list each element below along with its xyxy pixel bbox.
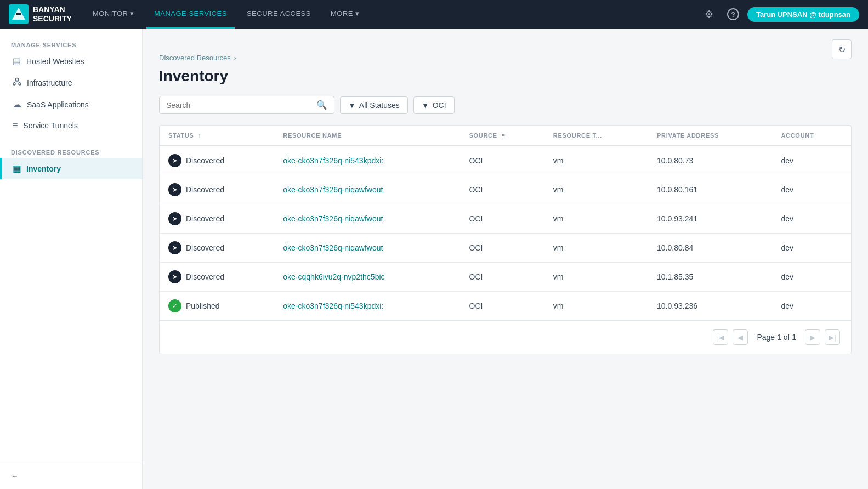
toolbar: 🔍 ▼ All Statuses ▼ OCI bbox=[159, 96, 852, 114]
gear-icon: ⚙ bbox=[705, 8, 713, 20]
source-cell-4: OCI bbox=[461, 263, 544, 292]
resource-name-link-2[interactable]: oke-cko3n7f326q-niqawfwout bbox=[283, 214, 383, 223]
chevron-down-icon: ▾ bbox=[355, 9, 360, 18]
sidebar: MANAGE SERVICES ▤ Hosted Websites Infras… bbox=[0, 29, 143, 489]
last-page-button[interactable]: ▶| bbox=[825, 329, 840, 345]
private-address-cell-1: 10.0.80.161 bbox=[648, 175, 772, 204]
status-icon-5: ✓ bbox=[168, 299, 181, 312]
svg-line-7 bbox=[17, 81, 20, 83]
table-row: ➤ Discovered oke-cqqhk6ivu2q-nvp2thc5bic… bbox=[160, 263, 851, 292]
resource-name-link-0[interactable]: oke-cko3n7f326q-ni543kpdxi: bbox=[283, 156, 383, 165]
table-row: ➤ Discovered oke-cko3n7f326q-niqawfwout … bbox=[160, 204, 851, 234]
page-indicator: Page 1 of 1 bbox=[757, 333, 796, 342]
settings-button[interactable]: ⚙ bbox=[699, 4, 719, 24]
first-page-button[interactable]: |◀ bbox=[713, 329, 728, 345]
status-label-4: Discovered bbox=[186, 272, 224, 281]
nav-more[interactable]: MORE ▾ bbox=[323, 0, 367, 29]
help-icon: ? bbox=[727, 8, 739, 20]
col-source[interactable]: SOURCE ≡ bbox=[461, 126, 544, 146]
nav-monitor[interactable]: MONITOR ▾ bbox=[85, 0, 142, 29]
svg-point-5 bbox=[19, 83, 21, 85]
resource-name-link-4[interactable]: oke-cqqhk6ivu2q-nvp2thc5bic bbox=[283, 272, 384, 281]
nav-manage-services[interactable]: MANAGE SERVICES bbox=[146, 0, 235, 29]
source-cell-0: OCI bbox=[461, 146, 544, 175]
resource-type-cell-2: vm bbox=[544, 204, 648, 234]
inventory-table: STATUS ↑ RESOURCE NAME SOURCE ≡ RESOURCE… bbox=[159, 125, 852, 354]
status-cell-5: ✓ Published bbox=[160, 292, 274, 321]
sidebar-item-inventory[interactable]: ▤ Inventory bbox=[0, 158, 142, 179]
private-address-cell-2: 10.0.93.241 bbox=[648, 204, 772, 234]
oci-filter-button[interactable]: ▼ OCI bbox=[413, 96, 455, 114]
breadcrumb-separator: › bbox=[234, 54, 236, 62]
status-cell-2: ➤ Discovered bbox=[160, 204, 274, 234]
resource-type-cell-1: vm bbox=[544, 175, 648, 204]
col-status[interactable]: STATUS ↑ bbox=[160, 126, 274, 146]
nav-secure-access[interactable]: SECURE ACCESS bbox=[239, 0, 319, 29]
status-label-0: Discovered bbox=[186, 156, 224, 165]
resource-name-link-1[interactable]: oke-cko3n7f326q-niqawfwout bbox=[283, 185, 383, 194]
hosted-websites-icon: ▤ bbox=[13, 56, 21, 66]
col-private-address[interactable]: PRIVATE ADDRESS bbox=[648, 126, 772, 146]
prev-page-button[interactable]: ◀ bbox=[733, 329, 748, 345]
status-label-3: Discovered bbox=[186, 243, 224, 252]
private-address-cell-4: 10.1.85.35 bbox=[648, 263, 772, 292]
back-button[interactable]: ← bbox=[11, 472, 131, 480]
source-cell-3: OCI bbox=[461, 234, 544, 263]
resource-name-cell-3: oke-cko3n7f326q-niqawfwout bbox=[274, 234, 460, 263]
first-page-icon: |◀ bbox=[717, 333, 724, 342]
sort-icon: ↑ bbox=[198, 132, 201, 139]
pagination-bar: |◀ ◀ Page 1 of 1 ▶ ▶| bbox=[160, 320, 851, 354]
logo[interactable]: BANYAN SECURITY bbox=[9, 4, 72, 24]
status-label-1: Discovered bbox=[186, 185, 224, 194]
status-label-5: Published bbox=[186, 302, 220, 310]
sidebar-section-discovered-resources: DISCOVERED RESOURCES bbox=[0, 145, 142, 158]
sidebar-item-infrastructure[interactable]: Infrastructure bbox=[0, 72, 142, 94]
status-cell-4: ➤ Discovered bbox=[160, 263, 274, 292]
resource-name-cell-4: oke-cqqhk6ivu2q-nvp2thc5bic bbox=[274, 263, 460, 292]
status-label-2: Discovered bbox=[186, 214, 224, 223]
search-input[interactable] bbox=[166, 101, 316, 110]
resource-type-cell-0: vm bbox=[544, 146, 648, 175]
status-icon-3: ➤ bbox=[168, 241, 181, 254]
status-icon-2: ➤ bbox=[168, 212, 181, 225]
sidebar-bottom: ← bbox=[0, 463, 142, 489]
filter-icon: ▼ bbox=[422, 101, 429, 110]
resource-name-cell-2: oke-cko3n7f326q-niqawfwout bbox=[274, 204, 460, 234]
sidebar-item-service-tunnels[interactable]: ≡ Service Tunnels bbox=[0, 115, 142, 136]
search-box[interactable]: 🔍 bbox=[159, 96, 334, 114]
account-cell-1: dev bbox=[772, 175, 851, 204]
col-account[interactable]: ACCOUNT bbox=[772, 126, 851, 146]
breadcrumb-parent[interactable]: Discovered Resources bbox=[159, 54, 231, 62]
account-cell-0: dev bbox=[772, 146, 851, 175]
help-button[interactable]: ? bbox=[723, 4, 743, 24]
top-navigation: BANYAN SECURITY MONITOR ▾ MANAGE SERVICE… bbox=[0, 0, 868, 29]
table-row: ➤ Discovered oke-cko3n7f326q-niqawfwout … bbox=[160, 234, 851, 263]
saas-icon: ☁ bbox=[13, 99, 21, 110]
resource-name-cell-5: oke-cko3n7f326q-ni543kpdxi: bbox=[274, 292, 460, 321]
source-cell-1: OCI bbox=[461, 175, 544, 204]
svg-point-4 bbox=[13, 83, 15, 85]
search-icon[interactable]: 🔍 bbox=[316, 100, 327, 110]
source-cell-2: OCI bbox=[461, 204, 544, 234]
all-statuses-filter-button[interactable]: ▼ All Statuses bbox=[340, 96, 408, 114]
sidebar-item-saas-applications[interactable]: ☁ SaaS Applications bbox=[0, 94, 142, 115]
private-address-cell-0: 10.0.80.73 bbox=[648, 146, 772, 175]
table-row: ➤ Discovered oke-cko3n7f326q-ni543kpdxi:… bbox=[160, 146, 851, 175]
refresh-icon: ↻ bbox=[838, 44, 846, 55]
svg-line-6 bbox=[14, 81, 17, 83]
status-icon-1: ➤ bbox=[168, 183, 181, 196]
sidebar-item-hosted-websites[interactable]: ▤ Hosted Websites bbox=[0, 50, 142, 72]
status-cell-3: ➤ Discovered bbox=[160, 234, 274, 263]
back-arrow-icon: ← bbox=[11, 472, 18, 480]
breadcrumb: Discovered Resources › bbox=[159, 54, 852, 62]
user-menu-button[interactable]: Tarun UPNSAN @ tdupnsan bbox=[747, 7, 859, 22]
resource-name-link-5[interactable]: oke-cko3n7f326q-ni543kpdxi: bbox=[283, 302, 383, 310]
col-resource-name[interactable]: RESOURCE NAME bbox=[274, 126, 460, 146]
col-resource-type[interactable]: RESOURCE T... bbox=[544, 126, 648, 146]
svg-point-3 bbox=[16, 78, 19, 81]
account-cell-3: dev bbox=[772, 234, 851, 263]
resource-name-link-3[interactable]: oke-cko3n7f326q-niqawfwout bbox=[283, 243, 383, 252]
private-address-cell-3: 10.0.80.84 bbox=[648, 234, 772, 263]
next-page-button[interactable]: ▶ bbox=[805, 329, 820, 345]
refresh-button[interactable]: ↻ bbox=[832, 39, 852, 59]
